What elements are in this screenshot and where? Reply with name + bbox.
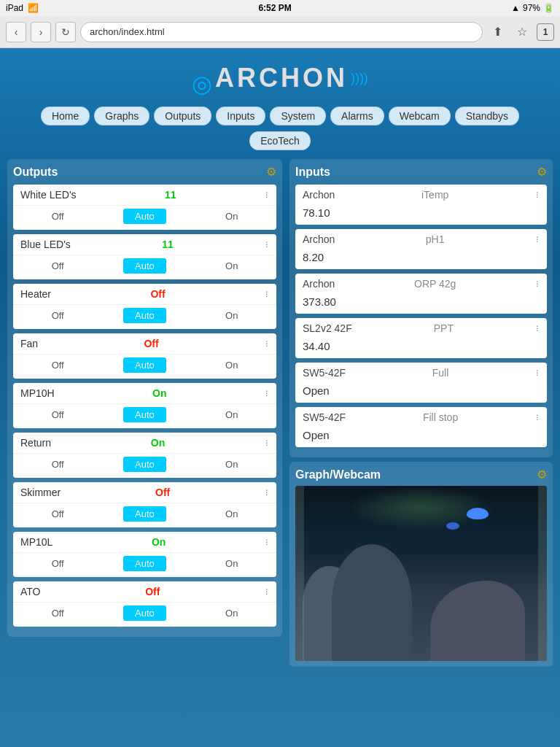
nav-ecotech[interactable]: EcoTech [249, 131, 311, 150]
skimmer-off-btn[interactable]: Off [46, 507, 70, 521]
return-on-btn[interactable]: On [219, 457, 244, 471]
return-off-btn[interactable]: Off [46, 457, 70, 471]
mp10h-on-btn[interactable]: On [219, 408, 244, 422]
input-orp-name: ORP 42g [414, 278, 456, 290]
output-white-leds-status: 11 [165, 189, 176, 201]
nav-system[interactable]: System [270, 107, 326, 125]
tab-count[interactable]: 1 [537, 23, 554, 41]
tank-glass-left [295, 486, 304, 661]
blue-leds-auto-btn[interactable]: Auto [123, 258, 166, 274]
fan-on-btn[interactable]: On [219, 358, 244, 372]
input-ph1: Archon pH1 ⫶ 8.20 [295, 229, 547, 269]
outputs-header: Outputs ⚙ [13, 165, 276, 179]
input-orp-top: Archon ORP 42g ⫶ [295, 274, 547, 294]
main-content: ◎ ARCHON )))) Home Graphs Outputs Inputs… [0, 48, 560, 747]
output-mp10l-status: On [152, 536, 166, 548]
nav-standbys[interactable]: Standbys [455, 107, 519, 125]
input-sw5-full-top: SW5-42F Full ⫶ [295, 363, 547, 383]
nav-webcam[interactable]: Webcam [389, 107, 451, 125]
mp10h-off-btn[interactable]: Off [46, 408, 70, 422]
rock3 [430, 581, 525, 661]
filter-icon-mp10l: ⫶ [265, 537, 269, 547]
output-return-controls: Off Auto On [13, 453, 276, 478]
carrier-label: iPad [6, 3, 23, 13]
status-bar: iPad 📶 6:52 PM ▲ 97% 🔋 [0, 0, 560, 16]
fan-auto-btn[interactable]: Auto [123, 357, 166, 373]
ato-on-btn[interactable]: On [219, 606, 244, 620]
inputs-panel: Inputs ⚙ Archon iTemp ⫶ 78.10 Archon [289, 159, 553, 457]
filter-icon-itemp: ⫶ [535, 190, 540, 200]
forward-button[interactable]: › [31, 22, 51, 42]
rock2 [332, 544, 412, 661]
nav-bar: Home Graphs Outputs Inputs System Alarms… [0, 107, 560, 125]
filter-icon-return: ⫶ [265, 438, 269, 448]
back-button[interactable]: ‹ [6, 22, 26, 42]
heater-auto-btn[interactable]: Auto [123, 308, 166, 323]
mp10l-off-btn[interactable]: Off [46, 557, 70, 570]
output-heater-status: Off [150, 288, 165, 300]
output-return: Return On ⫶ Off Auto On [13, 433, 276, 478]
filter-icon-mp10h: ⫶ [265, 388, 269, 398]
output-blue-leds: Blue LED's 11 ⫶ Off Auto On [13, 234, 276, 279]
graph-webcam-header: Graph/Webcam ⚙ [295, 468, 547, 481]
share-button[interactable]: ⬆ [487, 22, 508, 42]
filter-icon-heater: ⫶ [265, 289, 269, 299]
browser-bar: ‹ › ↻ archon/index.html ⬆ ☆ 1 [0, 16, 560, 48]
graph-webcam-panel: Graph/Webcam ⚙ [289, 462, 553, 667]
white-leds-on-btn[interactable]: On [219, 209, 244, 223]
ato-auto-btn[interactable]: Auto [123, 605, 166, 621]
return-auto-btn[interactable]: Auto [123, 457, 166, 472]
heater-on-btn[interactable]: On [219, 309, 244, 322]
filter-icon-white-leds: ⫶ [265, 190, 269, 200]
nav-graphs[interactable]: Graphs [94, 107, 149, 125]
output-mp10l-name: MP10L [20, 536, 52, 548]
output-return-top: Return On ⫶ [13, 433, 276, 453]
reload-button[interactable]: ↻ [55, 22, 76, 42]
bookmark-button[interactable]: ☆ [512, 22, 532, 42]
input-itemp-value: 78.10 [295, 205, 547, 225]
output-white-leds: White LED's 11 ⫶ Off Auto On [13, 185, 276, 230]
input-itemp-top: Archon iTemp ⫶ [295, 185, 547, 205]
input-itemp: Archon iTemp ⫶ 78.10 [295, 185, 547, 225]
nav-inputs[interactable]: Inputs [216, 107, 265, 125]
input-sw5-full-source: SW5-42F [303, 367, 346, 379]
nav-alarms[interactable]: Alarms [330, 107, 384, 125]
fan-off-btn[interactable]: Off [46, 358, 70, 372]
output-ato-controls: Off Auto On [13, 602, 276, 627]
nav-home[interactable]: Home [41, 107, 90, 125]
inputs-gear-icon[interactable]: ⚙ [537, 165, 547, 179]
filter-icon-ato: ⫶ [265, 587, 269, 597]
logo-area: ◎ ARCHON )))) [0, 55, 560, 107]
mp10h-auto-btn[interactable]: Auto [123, 407, 166, 422]
input-sw5-full-name: Full [432, 367, 449, 379]
output-ato: ATO Off ⫶ Off Auto On [13, 581, 276, 627]
output-blue-leds-controls: Off Auto On [13, 255, 276, 279]
output-skimmer-top: Skimmer Off ⫶ [13, 482, 276, 503]
mp10l-auto-btn[interactable]: Auto [123, 556, 166, 571]
filter-icon-skimmer: ⫶ [265, 487, 269, 498]
output-mp10h-status: On [152, 387, 166, 399]
webcam-image [295, 486, 547, 661]
blue-leds-off-btn[interactable]: Off [46, 259, 70, 273]
nav-outputs[interactable]: Outputs [154, 107, 211, 125]
skimmer-auto-btn[interactable]: Auto [123, 506, 166, 522]
wifi-logo-icon: )))) [351, 71, 368, 85]
input-orp-value: 373.80 [295, 294, 547, 314]
input-sw5-fillstop-source: SW5-42F [303, 411, 346, 423]
output-mp10h: MP10H On ⫶ Off Auto On [13, 383, 276, 428]
graph-webcam-gear-icon[interactable]: ⚙ [537, 468, 547, 481]
output-ato-status: Off [145, 586, 160, 597]
input-sw5-full-value: Open [295, 383, 547, 403]
outputs-gear-icon[interactable]: ⚙ [266, 165, 276, 179]
filter-icon-sw5-full: ⫶ [535, 368, 540, 378]
mp10l-on-btn[interactable]: On [219, 557, 244, 570]
blue-leds-on-btn[interactable]: On [219, 259, 244, 273]
url-bar[interactable]: archon/index.html [80, 22, 483, 42]
ato-off-btn[interactable]: Off [46, 606, 70, 620]
output-mp10l-controls: Off Auto On [13, 552, 276, 577]
white-leds-auto-btn[interactable]: Auto [123, 209, 166, 224]
skimmer-on-btn[interactable]: On [219, 507, 244, 521]
white-leds-off-btn[interactable]: Off [46, 209, 70, 223]
output-blue-leds-name: Blue LED's [20, 239, 71, 250]
heater-off-btn[interactable]: Off [46, 309, 70, 322]
